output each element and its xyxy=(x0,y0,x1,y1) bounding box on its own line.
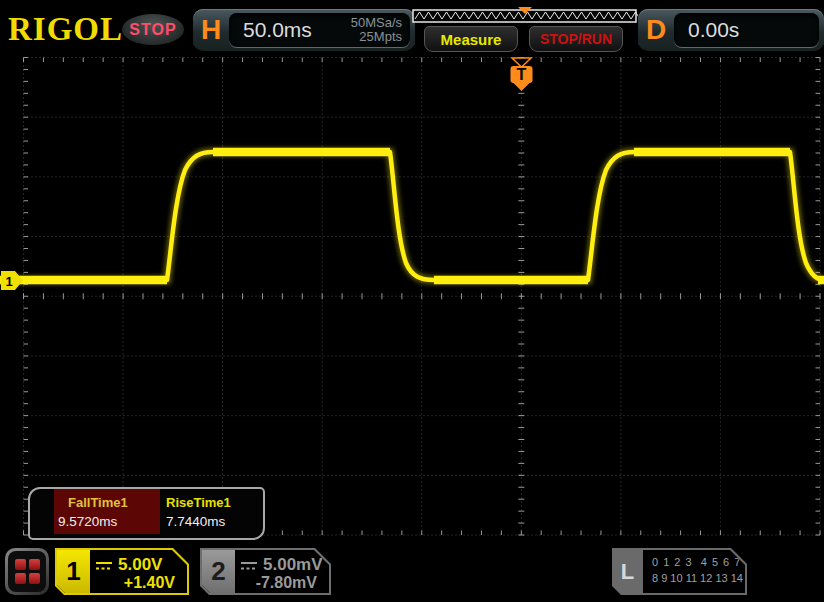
trigger-position-marker[interactable]: T xyxy=(511,58,533,91)
channel-2-face: 2 5.00mV -7.80mV xyxy=(202,550,329,593)
logic-analyzer-status-box[interactable]: L 0 1 2 3 4 5 6 7 8 9 10 11 12 13 14 15 xyxy=(612,548,747,595)
measurement-panel: FallTime1 9.5720ms RiseTime1 7.7440ms xyxy=(28,487,265,540)
logic-label-tab: L xyxy=(612,548,643,595)
channel-2-scale-row: 5.00mV xyxy=(240,555,323,575)
oscilloscope-screen: RIGOL STOP H 50.0ms 50MSa/s 25Mpts Measu… xyxy=(0,0,824,602)
trace-glow xyxy=(0,152,824,280)
channel-1-status-box[interactable]: 1 5.00V +1.40V xyxy=(55,548,189,595)
menu-button-face xyxy=(8,551,46,592)
measurement-1-value: 9.5720ms xyxy=(58,514,117,529)
measurement-2-value: 7.7440ms xyxy=(166,514,225,529)
menu-square-icon xyxy=(29,559,40,570)
menu-square-icon xyxy=(15,573,26,584)
channel-1-scale-row: 5.00V xyxy=(95,555,162,575)
channel-2-number-tab: 2 xyxy=(202,550,235,593)
dc-coupling-icon xyxy=(240,560,258,571)
channel-2-scale: 5.00mV xyxy=(263,555,323,575)
logic-channels-row-1: 0 1 2 3 4 5 6 7 xyxy=(652,556,741,568)
measurement-2-label[interactable]: RiseTime1 xyxy=(166,495,231,510)
logic-channels-panel: 0 1 2 3 4 5 6 7 8 9 10 11 12 13 14 15 xyxy=(643,550,745,593)
channel-1-offset: +1.40V xyxy=(124,574,175,592)
menu-button[interactable] xyxy=(5,548,49,595)
menu-square-icon xyxy=(29,573,40,584)
channel-1-face: 1 5.00V +1.40V xyxy=(57,550,187,593)
ch1-trace-flats xyxy=(0,152,824,280)
menu-grid-icon xyxy=(15,559,40,584)
ch1-trace xyxy=(0,152,824,280)
channel-2-offset: -7.80mV xyxy=(256,574,317,592)
channel-1-scale: 5.00V xyxy=(118,555,162,575)
logic-channels-row-2: 8 9 10 11 12 13 14 15 xyxy=(652,572,758,584)
measurement-1-label[interactable]: FallTime1 xyxy=(68,495,128,510)
trigger-marker-letter: T xyxy=(517,66,527,83)
ch1-position-marker[interactable]: 1 xyxy=(1,271,23,290)
menu-square-icon xyxy=(15,559,26,570)
graticule xyxy=(24,58,821,536)
channel-1-number-tab: 1 xyxy=(57,550,90,593)
channel-2-status-box[interactable]: 2 5.00mV -7.80mV xyxy=(200,548,331,595)
dc-coupling-icon xyxy=(95,560,113,571)
ch1-marker-number: 1 xyxy=(5,274,12,289)
